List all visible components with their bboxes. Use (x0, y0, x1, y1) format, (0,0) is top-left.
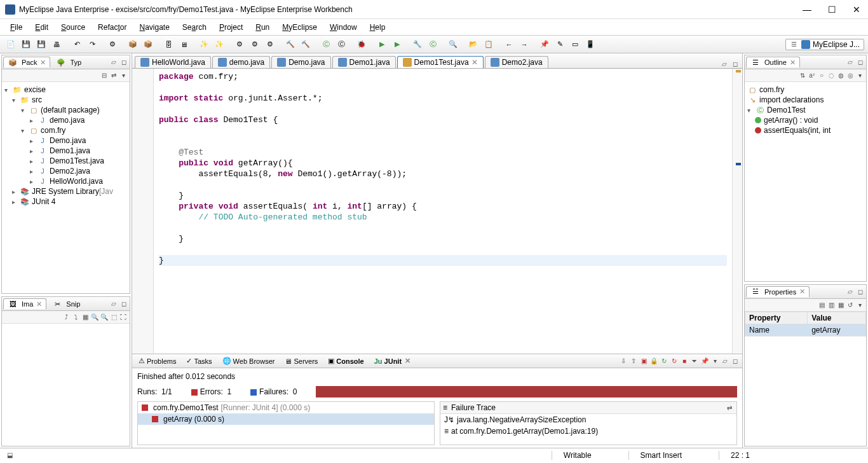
close-icon[interactable]: ✕ (405, 357, 410, 365)
property-row[interactable]: NamegetArray (745, 324, 866, 336)
close-icon[interactable]: ✕ (790, 59, 796, 67)
deploy-button[interactable]: 📦 (141, 38, 155, 52)
build2-button[interactable]: 🔨 (299, 38, 313, 52)
menu-search[interactable]: Search (177, 22, 212, 33)
class2-button[interactable]: Ⓒ (334, 38, 348, 52)
phone-button[interactable]: 📱 (583, 38, 597, 52)
pin-button[interactable]: 📌 (538, 38, 552, 52)
wizard2-button[interactable]: ✨ (212, 38, 226, 52)
hide-local-icon[interactable]: ◎ (846, 71, 855, 80)
hide-static-icon[interactable]: ◌ (827, 71, 836, 80)
outline-tab[interactable]: ☰ Outline ✕ (746, 57, 800, 67)
close-icon[interactable]: ✕ (36, 300, 42, 308)
zoom-out-icon[interactable]: 🔍 (90, 313, 99, 322)
overview-ruler[interactable] (732, 69, 742, 354)
fit-icon[interactable]: ⬚ (109, 313, 118, 322)
nav-icon[interactable]: ⤴ (62, 313, 71, 322)
minimize-view-icon[interactable]: ▱ (109, 300, 118, 308)
view-menu-icon[interactable]: ▾ (710, 357, 719, 366)
editor-tab[interactable]: demo.java (212, 56, 270, 68)
servers-tab[interactable]: 🖥 Servers (281, 357, 322, 366)
close-icon[interactable]: ✕ (40, 59, 46, 67)
sort-icon[interactable]: ⇅ (798, 71, 807, 80)
show-adv-icon[interactable]: ▦ (836, 300, 845, 309)
close-icon[interactable]: ✕ (799, 287, 805, 296)
package-explorer-tree[interactable]: ▾📁excise ▾📁src ▾▢(default package) ▸Jdem… (2, 82, 130, 293)
next-fail-icon[interactable]: ⇩ (619, 357, 628, 366)
class-button[interactable]: Ⓒ (319, 38, 333, 52)
zoom-in-icon[interactable]: 🔍 (100, 313, 109, 322)
ext-tools-button[interactable]: 🔧 (410, 38, 424, 52)
link-editor-icon[interactable]: ⇄ (109, 71, 118, 80)
server-button[interactable]: 🖥 (177, 38, 191, 52)
history-icon[interactable]: ⏷ (690, 357, 699, 366)
junit-tab[interactable]: Ju JUnit ✕ (370, 356, 414, 366)
package-button[interactable]: 📦 (126, 38, 140, 52)
console-tab[interactable]: ▣ Console (324, 356, 367, 366)
print-button[interactable]: 🖶 (50, 38, 64, 52)
menu-file[interactable]: File (5, 22, 27, 33)
menu-navigate[interactable]: Navigate (134, 22, 174, 33)
hide-fields-icon[interactable]: ○ (817, 71, 826, 80)
nav-fwd-button[interactable]: → (517, 38, 531, 52)
image-preview-tab[interactable]: 🖼 Ima ✕ (3, 298, 46, 309)
tasks-tab[interactable]: ✓ Tasks (182, 356, 215, 366)
trace-line[interactable]: J↯java.lang.NegativeArraySizeException (440, 414, 736, 425)
menu-source[interactable]: Source (56, 22, 90, 33)
restore-icon[interactable]: ↺ (846, 300, 855, 309)
type-hierarchy-tab[interactable]: 🌳 Typ (51, 57, 86, 67)
code-editor[interactable]: package com.fry; import static org.junit… (154, 69, 732, 354)
build-button[interactable]: 🔨 (283, 38, 297, 52)
open-task-button[interactable]: 📋 (482, 38, 496, 52)
run-button[interactable]: ▶ (375, 38, 389, 52)
perspective-switcher[interactable]: ☰ MyEclipse J... (785, 39, 864, 50)
menu-project[interactable]: Project (214, 22, 248, 33)
minimize-editor-icon[interactable]: ▱ (720, 59, 729, 68)
editor-gutter[interactable] (132, 69, 154, 354)
col-value[interactable]: Value (808, 312, 866, 324)
hide-nonpublic-icon[interactable]: ◍ (836, 71, 845, 80)
nav-back-button[interactable]: ← (502, 38, 516, 52)
crop-icon[interactable]: ▦ (81, 313, 90, 322)
snippets-tab[interactable]: ✂ Snip (48, 298, 85, 309)
open-type-button[interactable]: 📂 (466, 38, 480, 52)
maximize-view-icon[interactable]: ◻ (731, 357, 740, 366)
config3-button[interactable]: ⚙ (263, 38, 277, 52)
screen-button[interactable]: ▭ (568, 38, 582, 52)
menu-myeclipse[interactable]: MyEclipse (277, 22, 322, 33)
editor-tab[interactable]: Demo2.java (485, 56, 548, 68)
search-button[interactable]: 🔍 (446, 38, 460, 52)
new-button[interactable]: 📄 (4, 38, 18, 52)
menu-help[interactable]: Help (365, 22, 391, 33)
maximize-view-icon[interactable]: ◻ (119, 300, 128, 308)
nav-icon[interactable]: ⤵ (71, 313, 80, 322)
show-view-icon[interactable]: ⬓ (5, 451, 14, 460)
edit-button[interactable]: ✎ (553, 38, 567, 52)
full-icon[interactable]: ⛶ (119, 313, 128, 322)
maximize-view-icon[interactable]: ◻ (856, 58, 865, 67)
save-all-button[interactable]: 💾 (34, 38, 48, 52)
save-button[interactable]: 💾 (19, 38, 33, 52)
maximize-button[interactable]: ☐ (825, 4, 839, 15)
categories-icon[interactable]: ▤ (817, 300, 826, 309)
filter-icon[interactable]: ▥ (827, 300, 836, 309)
minimize-view-icon[interactable]: ▱ (846, 287, 855, 296)
maximize-view-icon[interactable]: ◻ (119, 58, 128, 67)
rerun-icon[interactable]: ↻ (660, 357, 668, 366)
stop-icon[interactable]: ■ (680, 357, 689, 366)
minimize-view-icon[interactable]: ▱ (721, 357, 729, 366)
close-icon[interactable]: ✕ (471, 58, 478, 67)
test-class-row[interactable]: com.fry.Demo1Test [Runner: JUnit 4] (0.0… (138, 402, 434, 413)
rerun-fail-icon[interactable]: ↻ (670, 357, 679, 366)
tool-btn[interactable]: ⚙ (105, 38, 119, 52)
wizard-button[interactable]: ✨ (197, 38, 211, 52)
new-class-button[interactable]: Ⓒ (426, 38, 440, 52)
maximize-editor-icon[interactable]: ◻ (731, 59, 740, 68)
collapse-all-icon[interactable]: ⊟ (100, 71, 109, 80)
show-fail-icon[interactable]: ▣ (639, 357, 648, 366)
az-icon[interactable]: aᶻ (808, 71, 817, 80)
redo-button[interactable]: ↷ (85, 38, 99, 52)
col-property[interactable]: Property (745, 312, 808, 324)
db-button[interactable]: 🗄 (161, 38, 175, 52)
editor-tab[interactable]: Demo.java (271, 56, 330, 68)
